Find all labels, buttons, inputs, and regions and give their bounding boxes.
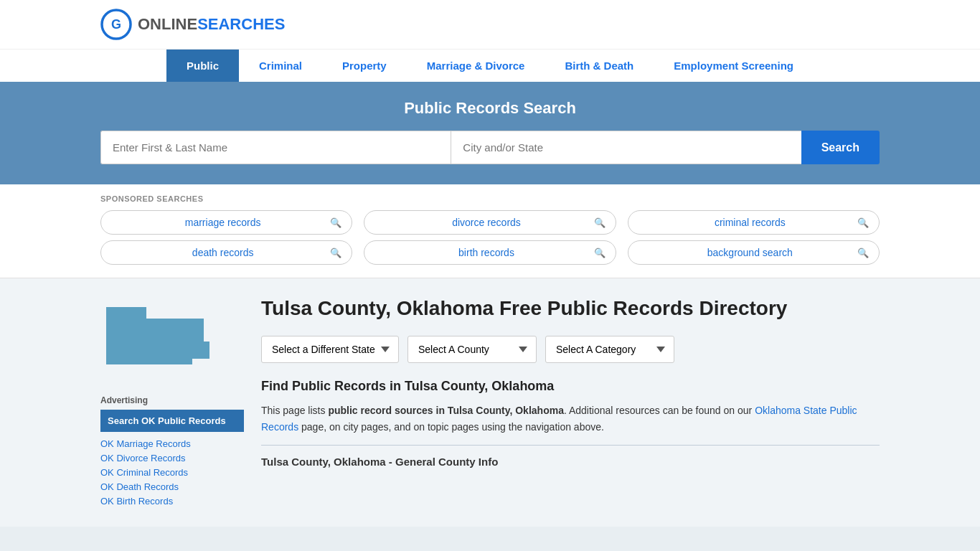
county-info-title: Tulsa County, Oklahoma - General County … (261, 451, 880, 468)
sponsored-item-text-1: marriage records (116, 217, 330, 228)
sidebar-link-criminal[interactable]: OK Criminal Records (100, 467, 188, 478)
category-dropdown[interactable]: Select A Category (545, 336, 674, 363)
sponsored-item-4[interactable]: death records 🔍 (100, 240, 352, 265)
search-icon-4: 🔍 (330, 248, 341, 258)
sponsored-item-text-5: birth records (379, 247, 593, 258)
sponsored-label: SPONSORED SEARCHES (100, 194, 880, 203)
city-input[interactable] (451, 131, 801, 164)
search-icon-1: 🔍 (330, 217, 341, 228)
nav-item-marriage-divorce[interactable]: Marriage & Divorce (407, 50, 545, 82)
sponsored-item-5[interactable]: birth records 🔍 (364, 240, 616, 265)
ad-primary-button[interactable]: Search OK Public Records (100, 410, 244, 432)
state-dropdown[interactable]: Select a Different State (261, 336, 399, 363)
sidebar-links: OK Marriage Records OK Divorce Records O… (100, 438, 244, 507)
search-row: Search (100, 131, 880, 164)
sponsored-item-text-2: divorce records (379, 217, 593, 228)
sidebar-link-death[interactable]: OK Death Records (100, 481, 179, 492)
sidebar-link-marriage[interactable]: OK Marriage Records (100, 438, 191, 449)
sponsored-item-3[interactable]: criminal records 🔍 (628, 210, 880, 235)
sponsored-item-6[interactable]: background search 🔍 (628, 240, 880, 265)
sponsored-item-1[interactable]: marriage records 🔍 (100, 210, 352, 235)
nav-item-criminal[interactable]: Criminal (239, 50, 322, 82)
sponsored-item-text-6: background search (643, 247, 857, 258)
sidebar-link-birth[interactable]: OK Birth Records (100, 496, 173, 507)
find-records-title: Find Public Records in Tulsa County, Okl… (261, 379, 880, 394)
svg-marker-3 (106, 307, 146, 319)
svg-marker-2 (106, 319, 209, 364)
sidebar-link-divorce[interactable]: OK Divorce Records (100, 453, 185, 463)
sponsored-grid: marriage records 🔍 divorce records 🔍 cri… (100, 210, 880, 265)
state-map (100, 296, 244, 384)
nav-item-property[interactable]: Property (322, 50, 407, 82)
logo-icon: G (100, 9, 132, 40)
name-input[interactable] (100, 131, 451, 164)
svg-text:G: G (111, 17, 121, 32)
search-icon-2: 🔍 (594, 217, 606, 228)
oklahoma-map-icon (100, 296, 215, 382)
find-records-bold: public record sources in Tulsa County, O… (328, 405, 564, 416)
search-banner: Public Records Search Search (0, 82, 980, 184)
search-icon-6: 🔍 (857, 248, 869, 258)
main-nav: Public Criminal Property Marriage & Divo… (0, 49, 980, 82)
sponsored-item-text-4: death records (116, 247, 330, 258)
sponsored-item-2[interactable]: divorce records 🔍 (364, 210, 616, 235)
main-content: Advertising Search OK Public Records OK … (0, 278, 980, 527)
section-divider (261, 445, 880, 446)
header: G ONLINESEARCHES (0, 0, 980, 49)
search-icon-3: 🔍 (857, 217, 869, 228)
nav-item-birth-death[interactable]: Birth & Death (545, 50, 654, 82)
search-button[interactable]: Search (801, 131, 880, 164)
dropdowns-row: Select a Different State Select A County… (261, 336, 880, 363)
page-title: Tulsa County, Oklahoma Free Public Recor… (261, 296, 880, 321)
logo: G ONLINESEARCHES (100, 9, 285, 40)
sidebar: Advertising Search OK Public Records OK … (100, 296, 244, 509)
find-records-text: This page lists public record sources in… (261, 402, 880, 435)
nav-item-employment[interactable]: Employment Screening (654, 50, 814, 82)
search-icon-5: 🔍 (594, 248, 606, 258)
search-banner-title: Public Records Search (100, 99, 880, 118)
page-content: Tulsa County, Oklahoma Free Public Recor… (261, 296, 880, 509)
county-dropdown[interactable]: Select A County (407, 336, 537, 363)
logo-text: ONLINESEARCHES (138, 15, 285, 34)
nav-item-public[interactable]: Public (166, 50, 239, 82)
sponsored-section: SPONSORED SEARCHES marriage records 🔍 di… (0, 184, 980, 278)
sponsored-item-text-3: criminal records (643, 217, 857, 228)
advertising-label: Advertising (100, 395, 244, 405)
